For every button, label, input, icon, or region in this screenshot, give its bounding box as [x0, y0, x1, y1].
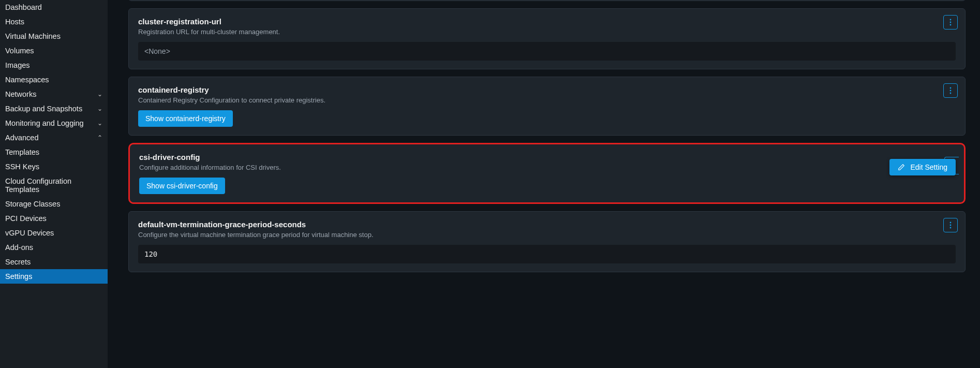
show-containerd-registry-button[interactable]: Show containerd-registry	[138, 110, 233, 127]
sidebar-item-images[interactable]: Images	[0, 58, 108, 72]
svg-point-4	[950, 90, 952, 92]
sidebar-item-ssh-keys[interactable]: SSH Keys	[0, 159, 108, 174]
svg-point-3	[950, 87, 952, 89]
svg-point-2	[950, 24, 952, 26]
sidebar-item-volumes[interactable]: Volumes	[0, 43, 108, 58]
svg-point-6	[950, 222, 952, 224]
setting-title: cluster-registration-url	[138, 17, 956, 26]
setting-card-cluster-registration-url: cluster-registration-url Registration UR…	[128, 8, 966, 69]
sidebar-item-backup-snapshots[interactable]: Backup and Snapshots⌄	[0, 101, 108, 116]
sidebar-item-pci-devices[interactable]: PCI Devices	[0, 211, 108, 226]
setting-description: Registration URL for multi-cluster manag…	[138, 28, 956, 36]
sidebar-item-hosts[interactable]: Hosts	[0, 14, 108, 29]
sidebar-item-templates[interactable]: Templates	[0, 145, 108, 159]
sidebar-item-add-ons[interactable]: Add-ons	[0, 240, 108, 255]
setting-description: Configure additional information for CSI…	[139, 164, 955, 171]
setting-value: 120	[138, 245, 956, 263]
sidebar-item-vgpu-devices[interactable]: vGPU Devices	[0, 226, 108, 240]
chevron-down-icon: ⌄	[97, 91, 102, 98]
setting-card-containerd-registry: containerd-registry Containerd Registry …	[128, 77, 966, 136]
setting-card-partial	[128, 0, 966, 1]
svg-point-0	[950, 19, 952, 21]
setting-card-csi-driver-config: Edit Setting csi-driver-config Configure…	[128, 143, 966, 204]
main-content: cluster-registration-url Registration UR…	[108, 0, 980, 368]
svg-point-7	[950, 225, 952, 226]
actions-menu-button[interactable]	[943, 15, 958, 30]
show-csi-driver-config-button[interactable]: Show csi-driver-config	[139, 178, 225, 194]
sidebar-item-storage-classes[interactable]: Storage Classes	[0, 197, 108, 211]
pencil-icon	[898, 164, 905, 171]
actions-menu-button[interactable]	[943, 83, 958, 98]
sidebar-item-namespaces[interactable]: Namespaces	[0, 72, 108, 87]
sidebar-item-cloud-config-templates[interactable]: Cloud Configuration Templates	[0, 174, 108, 197]
setting-title: containerd-registry	[138, 85, 956, 94]
actions-menu-button[interactable]	[943, 218, 958, 232]
sidebar-item-monitoring-logging[interactable]: Monitoring and Logging⌄	[0, 116, 108, 130]
sidebar-item-virtual-machines[interactable]: Virtual Machines	[0, 29, 108, 43]
svg-point-5	[950, 93, 952, 94]
setting-description: Containerd Registry Configuration to con…	[138, 96, 956, 104]
sidebar-item-advanced[interactable]: Advanced⌃	[0, 130, 108, 145]
setting-value: <None>	[138, 42, 956, 61]
setting-title: csi-driver-config	[139, 153, 955, 161]
sidebar-item-secrets[interactable]: Secrets	[0, 255, 108, 269]
chevron-up-icon: ⌃	[97, 134, 102, 141]
setting-title: default-vm-termination-grace-period-seco…	[138, 220, 956, 229]
svg-point-8	[950, 227, 952, 229]
setting-card-default-vm-termination: default-vm-termination-grace-period-seco…	[128, 211, 966, 272]
edit-setting-button[interactable]: Edit Setting	[889, 159, 956, 175]
chevron-down-icon: ⌄	[97, 105, 102, 112]
sidebar-item-networks[interactable]: Networks⌄	[0, 87, 108, 101]
sidebar-item-dashboard[interactable]: Dashboard	[0, 0, 108, 14]
chevron-down-icon: ⌄	[97, 120, 102, 127]
svg-point-1	[950, 22, 952, 23]
sidebar: Dashboard Hosts Virtual Machines Volumes…	[0, 0, 108, 368]
setting-description: Configure the virtual machine terminatio…	[138, 231, 956, 239]
sidebar-item-settings[interactable]: Settings	[0, 269, 108, 284]
